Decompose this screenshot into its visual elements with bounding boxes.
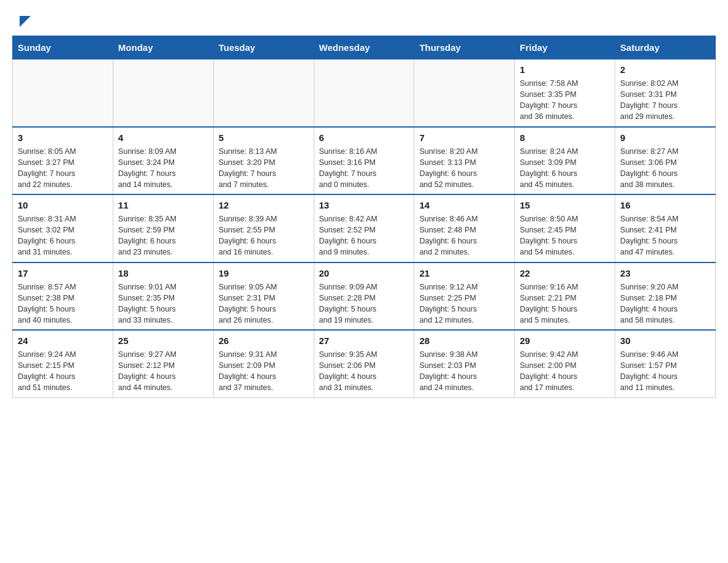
day-info: Sunrise: 8:20 AMSunset: 3:13 PMDaylight:… (419, 146, 509, 191)
day-info: Sunrise: 9:35 AMSunset: 2:06 PMDaylight:… (319, 349, 409, 394)
calendar-table: SundayMondayTuesdayWednesdayThursdayFrid… (12, 36, 716, 398)
calendar-cell: 23Sunrise: 9:20 AMSunset: 2:18 PMDayligh… (615, 262, 716, 331)
calendar-cell: 5Sunrise: 8:13 AMSunset: 3:20 PMDaylight… (213, 127, 314, 195)
day-info: Sunrise: 8:35 AMSunset: 2:59 PMDaylight:… (118, 213, 208, 258)
calendar-cell: 30Sunrise: 9:46 AMSunset: 1:57 PMDayligh… (615, 330, 716, 397)
calendar-cell: 16Sunrise: 8:54 AMSunset: 2:41 PMDayligh… (615, 194, 716, 262)
calendar-cell (13, 59, 113, 127)
weekday-header-monday: Monday (113, 36, 213, 59)
day-number: 15 (520, 199, 610, 212)
day-number: 7 (419, 131, 509, 144)
day-info: Sunrise: 8:27 AMSunset: 3:06 PMDaylight:… (620, 146, 710, 191)
weekday-header-sunday: Sunday (13, 36, 113, 59)
calendar-cell: 22Sunrise: 9:16 AMSunset: 2:21 PMDayligh… (515, 262, 615, 331)
calendar-cell: 26Sunrise: 9:31 AMSunset: 2:09 PMDayligh… (213, 330, 314, 397)
day-number: 12 (219, 199, 309, 212)
page-header: Blue (0, 0, 728, 36)
day-info: Sunrise: 8:46 AMSunset: 2:48 PMDaylight:… (419, 213, 509, 258)
calendar-cell (213, 59, 314, 127)
calendar-cell: 9Sunrise: 8:27 AMSunset: 3:06 PMDaylight… (615, 127, 716, 195)
calendar-cell: 25Sunrise: 9:27 AMSunset: 2:12 PMDayligh… (113, 330, 213, 397)
day-number: 2 (620, 63, 710, 76)
calendar-cell: 14Sunrise: 8:46 AMSunset: 2:48 PMDayligh… (414, 194, 515, 262)
day-info: Sunrise: 8:13 AMSunset: 3:20 PMDaylight:… (219, 146, 309, 191)
calendar-cell: 6Sunrise: 8:16 AMSunset: 3:16 PMDaylight… (314, 127, 414, 195)
day-number: 18 (118, 267, 208, 280)
calendar-cell: 12Sunrise: 8:39 AMSunset: 2:55 PMDayligh… (213, 194, 314, 262)
logo-arrow-icon (20, 16, 31, 27)
day-number: 4 (118, 131, 208, 144)
day-info: Sunrise: 8:05 AMSunset: 3:27 PMDaylight:… (18, 146, 108, 191)
day-info: Sunrise: 9:38 AMSunset: 2:03 PMDaylight:… (419, 349, 509, 394)
day-number: 25 (118, 334, 208, 347)
day-number: 17 (18, 267, 108, 280)
calendar-cell: 28Sunrise: 9:38 AMSunset: 2:03 PMDayligh… (414, 330, 515, 397)
day-info: Sunrise: 8:24 AMSunset: 3:09 PMDaylight:… (520, 146, 610, 191)
day-info: Sunrise: 7:58 AMSunset: 3:35 PMDaylight:… (520, 78, 610, 123)
calendar-header-row: SundayMondayTuesdayWednesdayThursdayFrid… (13, 36, 716, 59)
day-info: Sunrise: 9:01 AMSunset: 2:35 PMDaylight:… (118, 282, 208, 326)
calendar-cell (414, 59, 515, 127)
day-number: 10 (18, 199, 108, 212)
day-number: 9 (620, 131, 710, 144)
day-number: 21 (419, 267, 509, 280)
calendar-cell (314, 59, 414, 127)
calendar-cell: 27Sunrise: 9:35 AMSunset: 2:06 PMDayligh… (314, 330, 414, 397)
day-number: 27 (319, 334, 409, 347)
day-info: Sunrise: 8:39 AMSunset: 2:55 PMDaylight:… (219, 213, 309, 258)
day-info: Sunrise: 9:12 AMSunset: 2:25 PMDaylight:… (419, 282, 509, 326)
day-number: 3 (18, 131, 108, 144)
day-number: 24 (18, 334, 108, 347)
calendar-cell: 3Sunrise: 8:05 AMSunset: 3:27 PMDaylight… (13, 127, 113, 195)
weekday-header-saturday: Saturday (615, 36, 716, 59)
calendar-cell: 29Sunrise: 9:42 AMSunset: 2:00 PMDayligh… (515, 330, 615, 397)
weekday-header-wednesday: Wednesday (314, 36, 414, 59)
day-info: Sunrise: 8:09 AMSunset: 3:24 PMDaylight:… (118, 146, 208, 191)
day-number: 13 (319, 199, 409, 212)
calendar-cell: 15Sunrise: 8:50 AMSunset: 2:45 PMDayligh… (515, 194, 615, 262)
calendar-cell: 21Sunrise: 9:12 AMSunset: 2:25 PMDayligh… (414, 262, 515, 331)
weekday-header-tuesday: Tuesday (213, 36, 314, 59)
day-number: 28 (419, 334, 509, 347)
calendar-cell: 8Sunrise: 8:24 AMSunset: 3:09 PMDaylight… (515, 127, 615, 195)
day-info: Sunrise: 8:50 AMSunset: 2:45 PMDaylight:… (520, 213, 610, 258)
day-number: 14 (419, 199, 509, 212)
day-info: Sunrise: 9:05 AMSunset: 2:31 PMDaylight:… (219, 282, 309, 326)
day-number: 6 (319, 131, 409, 144)
weekday-header-thursday: Thursday (414, 36, 515, 59)
day-number: 1 (520, 63, 610, 76)
calendar-cell: 2Sunrise: 8:02 AMSunset: 3:31 PMDaylight… (615, 59, 716, 127)
day-info: Sunrise: 8:16 AMSunset: 3:16 PMDaylight:… (319, 146, 409, 191)
day-info: Sunrise: 9:20 AMSunset: 2:18 PMDaylight:… (620, 282, 710, 326)
day-info: Sunrise: 8:31 AMSunset: 3:02 PMDaylight:… (18, 213, 108, 258)
calendar-cell: 7Sunrise: 8:20 AMSunset: 3:13 PMDaylight… (414, 127, 515, 195)
calendar-cell: 19Sunrise: 9:05 AMSunset: 2:31 PMDayligh… (213, 262, 314, 331)
calendar-wrapper: SundayMondayTuesdayWednesdayThursdayFrid… (0, 36, 728, 410)
day-number: 22 (520, 267, 610, 280)
day-info: Sunrise: 9:42 AMSunset: 2:00 PMDaylight:… (520, 349, 610, 394)
day-number: 30 (620, 334, 710, 347)
day-info: Sunrise: 8:42 AMSunset: 2:52 PMDaylight:… (319, 213, 409, 258)
day-number: 20 (319, 267, 409, 280)
day-number: 11 (118, 199, 208, 212)
calendar-cell: 18Sunrise: 9:01 AMSunset: 2:35 PMDayligh… (113, 262, 213, 331)
calendar-cell: 20Sunrise: 9:09 AMSunset: 2:28 PMDayligh… (314, 262, 414, 331)
calendar-cell: 24Sunrise: 9:24 AMSunset: 2:15 PMDayligh… (13, 330, 113, 397)
day-info: Sunrise: 9:31 AMSunset: 2:09 PMDaylight:… (219, 349, 309, 394)
calendar-week-row: 3Sunrise: 8:05 AMSunset: 3:27 PMDaylight… (13, 127, 716, 195)
svg-marker-0 (20, 16, 31, 27)
calendar-cell: 13Sunrise: 8:42 AMSunset: 2:52 PMDayligh… (314, 194, 414, 262)
day-number: 8 (520, 131, 610, 144)
day-info: Sunrise: 9:24 AMSunset: 2:15 PMDaylight:… (18, 349, 108, 394)
weekday-header-friday: Friday (515, 36, 615, 59)
day-info: Sunrise: 9:46 AMSunset: 1:57 PMDaylight:… (620, 349, 710, 394)
logo: Blue (18, 12, 33, 29)
calendar-week-row: 17Sunrise: 8:57 AMSunset: 2:38 PMDayligh… (13, 262, 716, 331)
calendar-week-row: 1Sunrise: 7:58 AMSunset: 3:35 PMDaylight… (13, 59, 716, 127)
day-number: 23 (620, 267, 710, 280)
calendar-week-row: 10Sunrise: 8:31 AMSunset: 3:02 PMDayligh… (13, 194, 716, 262)
calendar-cell: 4Sunrise: 8:09 AMSunset: 3:24 PMDaylight… (113, 127, 213, 195)
calendar-cell (113, 59, 213, 127)
calendar-cell: 1Sunrise: 7:58 AMSunset: 3:35 PMDaylight… (515, 59, 615, 127)
day-number: 16 (620, 199, 710, 212)
